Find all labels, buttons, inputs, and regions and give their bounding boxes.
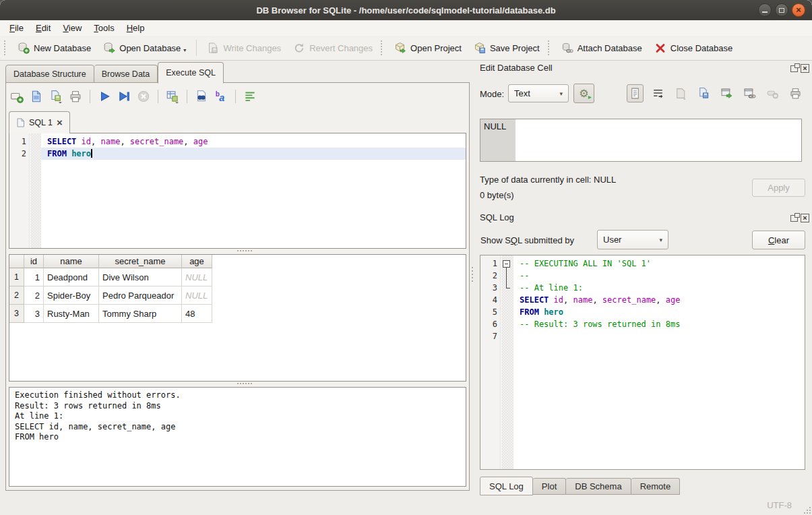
results-corner-cell[interactable]	[9, 255, 24, 268]
open-project-button[interactable]: Open Project	[388, 38, 468, 57]
code-line[interactable]: 3-- At line 1:	[480, 282, 805, 294]
table-cell[interactable]: NULL	[182, 268, 212, 286]
fold-margin	[501, 294, 513, 306]
new-sql-tab-icon[interactable]	[10, 90, 24, 103]
table-cell[interactable]: Pedro Parqueador	[99, 286, 182, 305]
export-results-icon[interactable]	[166, 90, 179, 103]
table-cell[interactable]: 3	[24, 305, 44, 323]
clear-button[interactable]: Clear	[752, 231, 805, 249]
results-table-area[interactable]: idnamesecret_nameage11DeadpondDive Wilso…	[9, 254, 466, 382]
table-cell[interactable]: Dive Wilson	[99, 268, 182, 286]
execute-current-line-icon[interactable]	[117, 90, 131, 103]
tab-db-schema[interactable]: DB Schema	[566, 478, 631, 495]
code-line[interactable]: 4SELECT id, name, secret_name, age	[480, 294, 805, 306]
row-number-cell[interactable]: 3	[9, 305, 24, 323]
save-sql-file-icon[interactable]	[49, 90, 63, 103]
close-dock-icon[interactable]: ×	[801, 214, 809, 222]
execute-all-icon[interactable]	[98, 90, 111, 103]
code-line[interactable]: 6-- Result: 3 rows returned in 8ms	[480, 318, 805, 330]
message-line: Execution finished without errors.	[15, 390, 460, 401]
fold-marker[interactable]	[501, 258, 513, 270]
cell-value-editor[interactable]: NULL	[480, 119, 802, 162]
column-header[interactable]: name	[44, 255, 99, 268]
menu-file[interactable]: File	[3, 22, 30, 34]
table-cell[interactable]: 48	[182, 305, 212, 323]
tab-remote[interactable]: Remote	[631, 478, 681, 495]
word-wrap-icon[interactable]	[243, 90, 257, 103]
table-cell[interactable]: 1	[24, 268, 44, 286]
table-cell[interactable]: Rusty-Man	[44, 305, 99, 323]
sql-log-dock-buttons: ×	[790, 214, 809, 222]
format-text-icon[interactable]: ba	[214, 90, 228, 103]
column-header[interactable]: age	[182, 255, 212, 268]
maximize-button[interactable]	[775, 3, 788, 17]
word-wrap-icon[interactable]	[650, 84, 666, 102]
sql-log-area[interactable]: 1-- EXECUTING ALL IN 'SQL 1'2--3-- At li…	[480, 255, 805, 470]
tab-sql-log[interactable]: SQL Log	[480, 477, 533, 495]
menu-help[interactable]: Help	[121, 22, 151, 34]
sql1-tab[interactable]: SQL 1 ×	[9, 111, 70, 133]
close-database-button[interactable]: Close Database	[648, 38, 739, 57]
print-icon[interactable]	[69, 90, 82, 103]
toolbar-drag-handle[interactable]	[4, 40, 7, 55]
open-external-icon[interactable]	[718, 84, 735, 102]
table-cell[interactable]: Tommy Sharp	[99, 305, 182, 323]
mode-combobox[interactable]: Text ▾	[508, 84, 569, 102]
menu-view[interactable]: View	[57, 22, 88, 34]
menu-tools[interactable]: Tools	[88, 22, 120, 34]
sql-log-filter-combobox[interactable]: User ▾	[597, 230, 668, 249]
close-button[interactable]: ×	[792, 3, 805, 17]
auto-switch-mode-button[interactable]: ⚙▸	[573, 84, 594, 103]
save-project-button[interactable]: Save Project	[468, 38, 546, 57]
table-cell[interactable]: Deadpond	[44, 268, 99, 286]
sql-code[interactable]: 1SELECT id, name, secret_name, age2FROM …	[9, 133, 466, 248]
column-header[interactable]: id	[24, 255, 44, 268]
table-cell[interactable]: Spider-Boy	[44, 286, 99, 305]
close-dock-icon[interactable]: ×	[801, 64, 809, 73]
code-line[interactable]: 7	[480, 330, 805, 342]
sql-editor-area[interactable]: 1SELECT id, name, secret_name, age2FROM …	[9, 133, 466, 249]
dock-splitter-handle[interactable]	[472, 267, 474, 290]
sql-editor-toolbar: ba	[10, 86, 257, 107]
tab-plot[interactable]: Plot	[533, 478, 566, 495]
menu-edit[interactable]: Edit	[30, 22, 57, 34]
titlebar[interactable]: DB Browser for SQLite - /home/user/code/…	[0, 0, 812, 20]
code-line[interactable]: 1SELECT id, name, secret_name, age	[9, 135, 466, 148]
code-line[interactable]: 2--	[480, 270, 805, 282]
open-database-button[interactable]: Open Database ▾	[97, 38, 192, 57]
open-sql-file-icon[interactable]	[30, 90, 43, 103]
table-cell[interactable]: NULL	[182, 286, 212, 305]
revert-changes-icon	[293, 42, 305, 54]
tab-database-structure[interactable]: Database Structure	[5, 65, 94, 83]
row-number-cell[interactable]: 1	[9, 268, 24, 286]
attach-database-button[interactable]: Attach Database	[555, 38, 648, 57]
code-line[interactable]: 1-- EXECUTING ALL IN 'SQL 1'	[480, 258, 805, 270]
tab-execute-sql[interactable]: Execute SQL	[158, 62, 224, 84]
copy-link-icon[interactable]	[741, 84, 758, 102]
close-tab-icon[interactable]: ×	[57, 117, 63, 127]
code-text: FROM hero	[41, 148, 466, 160]
open-database-dropdown-icon[interactable]: ▾	[183, 47, 186, 53]
float-dock-icon[interactable]	[790, 65, 798, 72]
execution-message-box[interactable]: Execution finished without errors.Result…	[9, 387, 466, 487]
save-file-icon[interactable]	[695, 84, 712, 102]
minimize-button[interactable]	[758, 3, 772, 17]
toolbar-drag-handle[interactable]	[381, 40, 384, 55]
row-number-cell[interactable]: 2	[9, 286, 24, 305]
new-database-button[interactable]: New Database	[11, 38, 97, 57]
toolbar-drag-handle[interactable]	[548, 40, 551, 55]
save-project-label: Save Project	[490, 43, 540, 53]
code-line[interactable]: 5FROM hero	[480, 306, 805, 318]
splitter-handle[interactable]	[6, 381, 469, 386]
find-replace-icon[interactable]	[195, 90, 208, 103]
print-icon[interactable]	[787, 84, 804, 102]
text-mode-icon[interactable]	[627, 84, 644, 102]
splitter-handle[interactable]	[6, 248, 469, 253]
tab-browse-data[interactable]: Browse Data	[94, 65, 158, 83]
resize-grip[interactable]	[803, 506, 811, 514]
sql-log-dock-title: SQL Log	[480, 212, 514, 222]
column-header[interactable]: secret_name	[99, 255, 182, 268]
float-dock-icon[interactable]	[790, 215, 798, 222]
code-line[interactable]: 2FROM hero	[9, 148, 466, 160]
table-cell[interactable]: 2	[24, 286, 44, 305]
